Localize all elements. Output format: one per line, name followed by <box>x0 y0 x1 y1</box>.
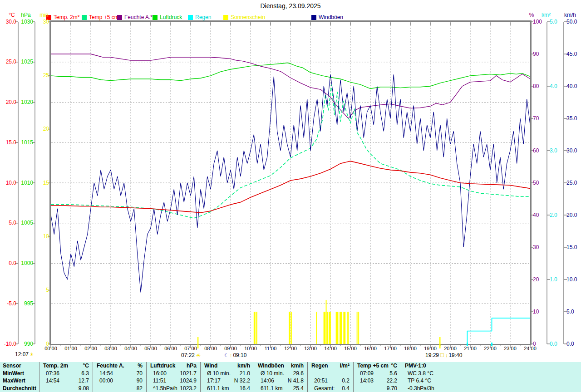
tick-label-wind: 25.0 <box>566 180 581 186</box>
table-header-wind: Windkm/h <box>200 362 254 370</box>
table-cell-text: 14:03 <box>360 377 374 384</box>
table-cell-text: Luftdruck <box>150 363 175 369</box>
sunshine-bar <box>289 312 290 344</box>
sunrise-label: 07:22 ☀ <box>181 352 201 358</box>
hour-label: 12:00 <box>281 346 300 351</box>
table-cell-text: -0.3hPa/3h <box>408 385 434 392</box>
tick-label-wind: 35.0 <box>566 116 581 122</box>
tick-label-pressure: 1005 <box>6 220 33 226</box>
tick-label-wind: 45.0 <box>566 51 581 57</box>
table-cell: Gesamt:0.4 <box>307 385 353 392</box>
sunrise-time: 07:22 <box>181 352 195 358</box>
table-cell-value: 25.4 <box>293 385 304 392</box>
table-header-temp-2m: Temp. 2m°C <box>39 362 93 370</box>
table-cell: 14:5470 <box>93 370 146 377</box>
table-header-temp-5-cm: Temp +5 cm°C <box>353 362 401 370</box>
tick-label-wind: 5.0 <box>566 309 581 315</box>
table-cell-text: 07:09 <box>360 370 374 377</box>
table-cell-text: 00:00 <box>99 377 113 384</box>
solar-noon-time: 12:07 <box>15 351 29 358</box>
table-header-feuchte-a-: Feuchte A.% <box>93 362 146 370</box>
tick-label-percent: 90 <box>533 51 560 57</box>
table-cell-value: 29.6 <box>293 370 304 377</box>
hour-label: 17:00 <box>380 346 400 351</box>
table-cell-value: 16.4 <box>240 385 250 392</box>
table-cell: 11:511024.9 <box>146 377 200 385</box>
table-cell-value: 9.08 <box>79 385 89 392</box>
table-cell: 14:06N 41.8 <box>254 377 307 385</box>
table-row-label: Durchschnitt <box>0 385 39 392</box>
tick-label-sun: 20 <box>22 126 49 132</box>
table-cell-text: 07:36 <box>46 370 59 377</box>
sunshine-bar <box>340 312 342 344</box>
sunrise-icon: ☀ <box>196 353 201 358</box>
tick-label-sun: 30 <box>22 19 49 25</box>
hour-label: 08:00 <box>201 346 221 351</box>
table-header-pmv-1-0: PMV-1:0 <box>401 362 581 370</box>
sunshine-bar <box>327 312 329 344</box>
table-cell-text: 611.1 km <box>207 385 229 392</box>
table-cell: -0.3hPa/3h <box>401 385 581 392</box>
table-cell-text: Feuchte A. <box>97 363 124 369</box>
table-cell-text: 11:51 <box>153 377 166 384</box>
hour-label: 03:00 <box>101 346 121 351</box>
table-cell: 9.70 <box>353 385 401 392</box>
table-header-luftdruck: LuftdruckhPa <box>146 362 200 370</box>
table-cell-value: 90 <box>137 377 143 384</box>
table-cell-value: 6.3 <box>81 370 89 377</box>
table-cell: 00:0090 <box>93 377 146 385</box>
sun-icon: ☀ <box>30 352 34 357</box>
tick-label-pressure: 995 <box>6 301 33 307</box>
hour-label: 04:00 <box>121 346 141 351</box>
table-cell-text: WC 3.8 °C <box>408 370 433 377</box>
hour-label: 21:00 <box>460 346 480 351</box>
table-cell-text: Regen <box>311 363 328 369</box>
table-cell-value: 0.2 <box>342 377 350 384</box>
table-cell-text: Ø 10 min. <box>207 370 231 377</box>
table-cell-value: 1021.7 <box>180 370 197 377</box>
table-cell-value: 22.2 <box>387 377 397 384</box>
hour-label: 20:00 <box>440 346 460 351</box>
table-cell: 82 <box>93 385 146 392</box>
table-cell-value: % <box>138 363 143 369</box>
moonrise-time: 09:10 <box>233 352 246 358</box>
moon-icon: ☾ <box>224 353 229 358</box>
table-cell-value: 21.0 <box>240 370 250 377</box>
table-cell-value: 12.7 <box>79 377 89 384</box>
hour-label: 10:00 <box>241 346 261 351</box>
tick-label-pressure: 1015 <box>6 140 33 146</box>
moonset-time: 19:40 <box>448 352 462 358</box>
table-cell: 14:5412.7 <box>39 377 93 385</box>
tick-label-sun: 10 <box>22 234 49 240</box>
table-cell-text: ^1.5hPa/h <box>153 385 177 392</box>
hour-label: 07:00 <box>181 346 201 351</box>
tick-label-wind: 15.0 <box>566 245 581 250</box>
tick-label-wind: 50.0 <box>566 19 581 25</box>
table-cell: Ø 10 min.29.6 <box>254 370 307 377</box>
hour-label: 00:00 <box>41 346 61 351</box>
tick-label-wind: 10.0 <box>566 277 581 283</box>
table-cell: 20:510.2 <box>307 377 353 385</box>
sunshine-bar <box>254 312 256 344</box>
tick-label-pressure: 1025 <box>6 59 33 65</box>
sunshine-bar <box>324 312 325 344</box>
table-cell: 07:366.3 <box>39 370 93 377</box>
sunshine-bar <box>336 312 339 344</box>
table-cell-value: °C <box>83 363 89 369</box>
tick-label-wind: 20.0 <box>566 212 581 218</box>
sunshine-bar <box>256 312 257 344</box>
tick-label-percent: 50 <box>533 180 560 186</box>
table-cell-text: Temp +5 cm <box>357 363 389 369</box>
hour-label: 02:00 <box>81 346 101 351</box>
sunset-moonset-label: 19:29 ☐↓ 19:40 <box>425 352 462 358</box>
tick-label-wind: 30.0 <box>566 148 581 154</box>
tick-label-pressure: 1020 <box>6 99 33 105</box>
table-row-label: MinWert <box>0 370 39 377</box>
sunshine-bar <box>347 312 349 344</box>
table-cell: 07:095.6 <box>353 370 401 377</box>
tick-label-sun: 5 <box>22 287 49 293</box>
table-cell-value: 1024.9 <box>180 377 197 384</box>
table-cell: 17:17N 32.2 <box>200 377 254 385</box>
sunshine-bar <box>343 312 345 344</box>
hour-label: 13:00 <box>300 346 320 351</box>
